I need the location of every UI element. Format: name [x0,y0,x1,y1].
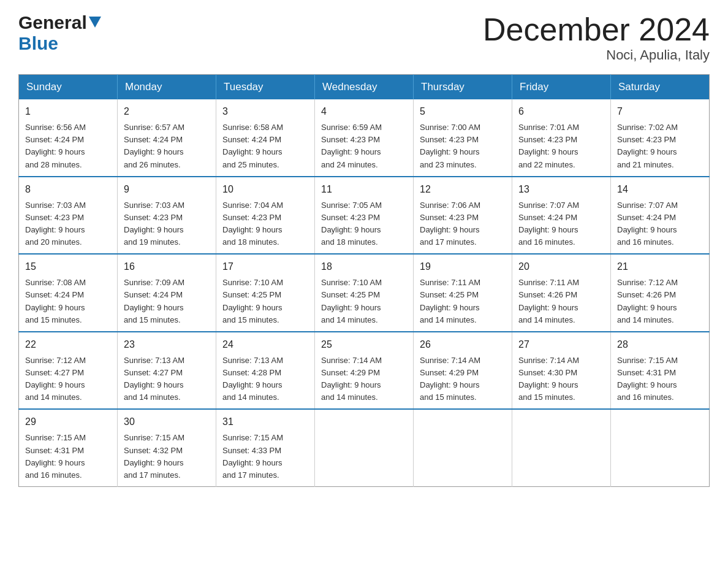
location-title: Noci, Apulia, Italy [483,47,710,63]
logo-arrow-icon [89,17,101,31]
day-number: 31 [222,415,308,429]
calendar-day-cell: 7 Sunrise: 7:02 AM Sunset: 4:23 PM Dayli… [611,99,710,177]
calendar-day-cell: 8 Sunrise: 7:03 AM Sunset: 4:23 PM Dayli… [19,177,118,255]
day-number: 4 [321,104,407,119]
day-number: 6 [518,104,604,119]
day-info: Sunrise: 7:14 AM Sunset: 4:29 PM Dayligh… [321,354,407,404]
page-header: General Blue December 2024 Noci, Apulia,… [18,12,710,63]
day-number: 8 [25,182,111,197]
day-info: Sunrise: 7:07 AM Sunset: 4:24 PM Dayligh… [617,199,703,249]
calendar-day-cell: 11 Sunrise: 7:05 AM Sunset: 4:23 PM Dayl… [315,177,414,255]
calendar-day-cell: 29 Sunrise: 7:15 AM Sunset: 4:31 PM Dayl… [19,409,118,486]
day-info: Sunrise: 7:13 AM Sunset: 4:27 PM Dayligh… [124,354,210,404]
calendar-header-row: Sunday Monday Tuesday Wednesday Thursday… [19,75,710,100]
day-info: Sunrise: 6:57 AM Sunset: 4:24 PM Dayligh… [124,121,210,171]
day-number: 13 [518,182,604,197]
calendar-day-cell: 15 Sunrise: 7:08 AM Sunset: 4:24 PM Dayl… [19,254,118,332]
col-sunday: Sunday [19,75,118,100]
day-info: Sunrise: 7:15 AM Sunset: 4:31 PM Dayligh… [617,354,703,404]
day-number: 7 [617,104,703,119]
day-info: Sunrise: 7:12 AM Sunset: 4:26 PM Dayligh… [617,277,703,326]
day-number: 21 [617,259,703,274]
calendar-day-cell: 10 Sunrise: 7:04 AM Sunset: 4:23 PM Dayl… [216,177,315,255]
day-number: 26 [420,337,506,352]
calendar-day-cell: 31 Sunrise: 7:15 AM Sunset: 4:33 PM Dayl… [216,409,315,486]
day-number: 20 [518,259,604,274]
calendar-day-cell: 18 Sunrise: 7:10 AM Sunset: 4:25 PM Dayl… [315,254,414,332]
calendar-day-cell: 13 Sunrise: 7:07 AM Sunset: 4:24 PM Dayl… [512,177,611,255]
day-number: 9 [124,182,210,197]
day-number: 3 [222,104,308,119]
day-info: Sunrise: 7:10 AM Sunset: 4:25 PM Dayligh… [222,277,308,326]
calendar-day-cell: 28 Sunrise: 7:15 AM Sunset: 4:31 PM Dayl… [611,332,710,410]
svg-marker-0 [89,17,101,28]
day-number: 28 [617,337,703,352]
col-wednesday: Wednesday [315,75,414,100]
day-number: 22 [25,337,111,352]
calendar-day-cell: 20 Sunrise: 7:11 AM Sunset: 4:26 PM Dayl… [512,254,611,332]
day-info: Sunrise: 6:58 AM Sunset: 4:24 PM Dayligh… [222,121,308,171]
calendar-day-cell: 12 Sunrise: 7:06 AM Sunset: 4:23 PM Dayl… [414,177,512,255]
day-info: Sunrise: 7:15 AM Sunset: 4:32 PM Dayligh… [124,432,210,481]
day-number: 11 [321,182,407,197]
calendar-day-cell [315,409,414,486]
calendar-week-row: 29 Sunrise: 7:15 AM Sunset: 4:31 PM Dayl… [19,409,710,486]
day-number: 14 [617,182,703,197]
calendar-day-cell: 16 Sunrise: 7:09 AM Sunset: 4:24 PM Dayl… [118,254,216,332]
day-info: Sunrise: 7:15 AM Sunset: 4:31 PM Dayligh… [25,432,111,481]
col-thursday: Thursday [414,75,512,100]
day-info: Sunrise: 7:03 AM Sunset: 4:23 PM Dayligh… [25,199,111,249]
day-info: Sunrise: 7:14 AM Sunset: 4:29 PM Dayligh… [420,354,506,404]
calendar-day-cell [512,409,611,486]
calendar-day-cell: 14 Sunrise: 7:07 AM Sunset: 4:24 PM Dayl… [611,177,710,255]
day-info: Sunrise: 7:12 AM Sunset: 4:27 PM Dayligh… [25,354,111,404]
day-info: Sunrise: 7:07 AM Sunset: 4:24 PM Dayligh… [518,199,604,249]
day-number: 2 [124,104,210,119]
calendar-table: Sunday Monday Tuesday Wednesday Thursday… [18,74,710,487]
day-number: 30 [124,415,210,429]
day-number: 5 [420,104,506,119]
day-info: Sunrise: 7:11 AM Sunset: 4:25 PM Dayligh… [420,277,506,326]
day-number: 19 [420,259,506,274]
day-info: Sunrise: 7:06 AM Sunset: 4:23 PM Dayligh… [420,199,506,249]
day-info: Sunrise: 7:11 AM Sunset: 4:26 PM Dayligh… [518,277,604,326]
calendar-day-cell: 23 Sunrise: 7:13 AM Sunset: 4:27 PM Dayl… [118,332,216,410]
calendar-day-cell: 27 Sunrise: 7:14 AM Sunset: 4:30 PM Dayl… [512,332,611,410]
day-info: Sunrise: 7:09 AM Sunset: 4:24 PM Dayligh… [124,277,210,326]
day-info: Sunrise: 6:56 AM Sunset: 4:24 PM Dayligh… [25,121,111,171]
calendar-day-cell: 9 Sunrise: 7:03 AM Sunset: 4:23 PM Dayli… [118,177,216,255]
calendar-day-cell: 19 Sunrise: 7:11 AM Sunset: 4:25 PM Dayl… [414,254,512,332]
day-info: Sunrise: 6:59 AM Sunset: 4:23 PM Dayligh… [321,121,407,171]
day-info: Sunrise: 7:03 AM Sunset: 4:23 PM Dayligh… [124,199,210,249]
calendar-week-row: 8 Sunrise: 7:03 AM Sunset: 4:23 PM Dayli… [19,177,710,255]
day-number: 29 [25,415,111,429]
logo: General Blue [18,12,101,54]
calendar-day-cell: 25 Sunrise: 7:14 AM Sunset: 4:29 PM Dayl… [315,332,414,410]
day-info: Sunrise: 7:15 AM Sunset: 4:33 PM Dayligh… [222,432,308,481]
logo-general: General [18,12,87,33]
day-info: Sunrise: 7:00 AM Sunset: 4:23 PM Dayligh… [420,121,506,171]
calendar-day-cell: 2 Sunrise: 6:57 AM Sunset: 4:24 PM Dayli… [118,99,216,177]
calendar-day-cell [611,409,710,486]
calendar-day-cell: 3 Sunrise: 6:58 AM Sunset: 4:24 PM Dayli… [216,99,315,177]
day-number: 25 [321,337,407,352]
calendar-day-cell: 4 Sunrise: 6:59 AM Sunset: 4:23 PM Dayli… [315,99,414,177]
day-info: Sunrise: 7:02 AM Sunset: 4:23 PM Dayligh… [617,121,703,171]
calendar-day-cell: 30 Sunrise: 7:15 AM Sunset: 4:32 PM Dayl… [118,409,216,486]
day-number: 16 [124,259,210,274]
day-info: Sunrise: 7:10 AM Sunset: 4:25 PM Dayligh… [321,277,407,326]
title-section: December 2024 Noci, Apulia, Italy [483,12,710,63]
calendar-week-row: 1 Sunrise: 6:56 AM Sunset: 4:24 PM Dayli… [19,99,710,177]
day-number: 17 [222,259,308,274]
day-info: Sunrise: 7:08 AM Sunset: 4:24 PM Dayligh… [25,277,111,326]
calendar-day-cell: 24 Sunrise: 7:13 AM Sunset: 4:28 PM Dayl… [216,332,315,410]
calendar-day-cell [414,409,512,486]
day-number: 10 [222,182,308,197]
day-number: 23 [124,337,210,352]
day-number: 12 [420,182,506,197]
calendar-day-cell: 1 Sunrise: 6:56 AM Sunset: 4:24 PM Dayli… [19,99,118,177]
calendar-day-cell: 5 Sunrise: 7:00 AM Sunset: 4:23 PM Dayli… [414,99,512,177]
col-monday: Monday [118,75,216,100]
logo-blue: Blue [18,33,58,53]
day-number: 1 [25,104,111,119]
